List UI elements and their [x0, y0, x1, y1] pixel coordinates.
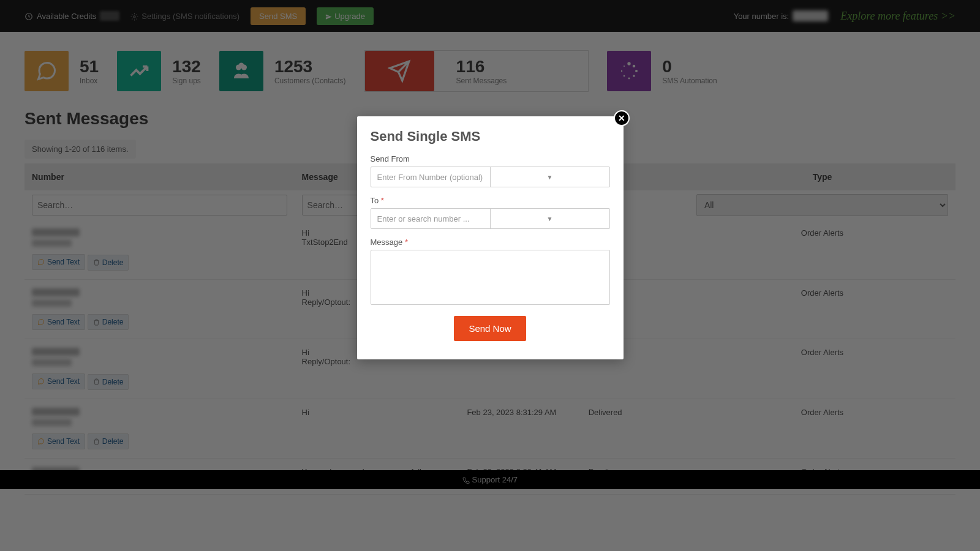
send-now-button[interactable]: Send Now — [454, 316, 526, 341]
message-textarea[interactable] — [371, 250, 610, 305]
chevron-down-icon: ▼ — [490, 209, 609, 228]
modal-title: Send Single SMS — [371, 129, 610, 144]
to-select[interactable]: Enter or search number ... ▼ — [371, 208, 610, 229]
send-from-placeholder: Enter From Number (optional) — [371, 173, 490, 182]
close-icon[interactable]: ✕ — [614, 110, 630, 126]
to-label: To * — [371, 196, 610, 205]
chevron-down-icon: ▼ — [490, 167, 609, 187]
message-label: Message * — [371, 238, 610, 247]
send-from-label: Send From — [371, 154, 610, 163]
send-from-select[interactable]: Enter From Number (optional) ▼ — [371, 167, 610, 187]
to-placeholder: Enter or search number ... — [371, 214, 490, 223]
modal-overlay[interactable]: ✕ Send Single SMS Send From Enter From N… — [0, 0, 980, 551]
send-sms-modal: ✕ Send Single SMS Send From Enter From N… — [357, 116, 624, 359]
